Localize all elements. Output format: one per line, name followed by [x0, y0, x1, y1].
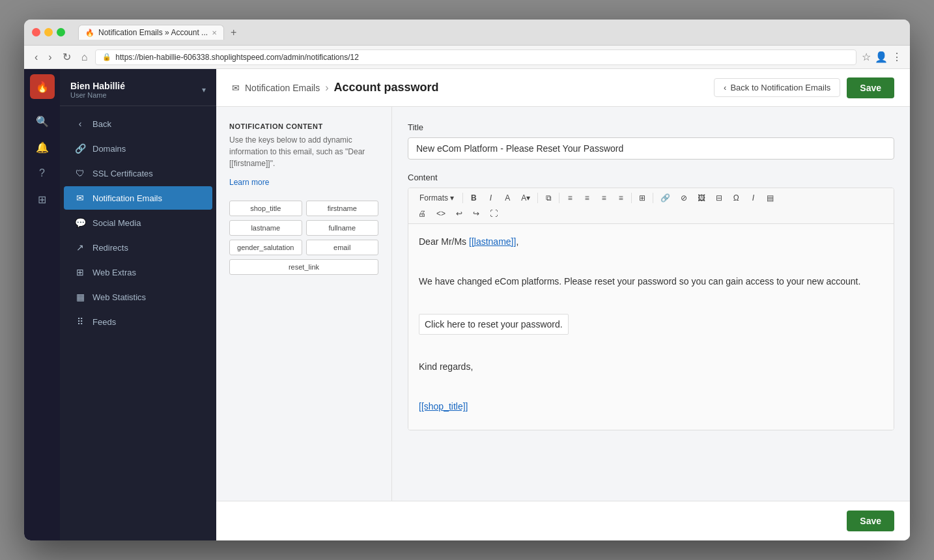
icon-strip: 🔥 🔍 🔔 ? ⊞: [24, 69, 60, 540]
right-panel: Title Content Formats ▾ B: [392, 107, 910, 501]
fullscreen-button[interactable]: ⛶: [485, 206, 502, 221]
save-button-header[interactable]: Save: [847, 77, 894, 98]
bold-button[interactable]: B: [466, 191, 481, 205]
media-button[interactable]: ⊟: [711, 191, 727, 205]
sidebar-item-ssl[interactable]: 🛡 SSL Certificates: [64, 161, 212, 185]
sidebar-domains-label: Domains: [92, 144, 126, 154]
sidebar-feeds-label: Feeds: [92, 317, 116, 327]
strip-search-icon[interactable]: 🔍: [31, 109, 54, 133]
italic-button[interactable]: I: [483, 191, 498, 205]
tag-lastname[interactable]: lastname: [229, 220, 302, 236]
toolbar-sep-2: [537, 193, 538, 203]
strip-grid-icon[interactable]: ⊞: [31, 188, 54, 211]
url-text: https://bien-habillie-606338.shoplightsp…: [115, 53, 849, 62]
sidebar-item-web-statistics[interactable]: ▦ Web Statistics: [64, 285, 212, 309]
forward-nav-button[interactable]: ›: [46, 50, 54, 64]
tag-email[interactable]: email: [306, 240, 379, 255]
bookmark-icon[interactable]: ☆: [862, 51, 871, 63]
sidebar-item-domains[interactable]: 🔗 Domains: [64, 137, 212, 160]
formats-dropdown[interactable]: Formats ▾: [414, 191, 460, 205]
title-input[interactable]: [408, 137, 894, 160]
sidebar-web-extras-label: Web Extras: [92, 268, 136, 277]
tag-reset-link[interactable]: reset_link: [229, 259, 378, 275]
reset-link-text: Click here to reset your password.: [419, 314, 569, 335]
outdent-button[interactable]: ≡: [596, 191, 612, 205]
editor-line-1: Dear Mr/Ms [[lastname]],: [419, 234, 883, 249]
user-info: Bien Habillié User Name: [70, 81, 195, 99]
breadcrumb-link[interactable]: Notification Emails: [245, 83, 320, 93]
code-button[interactable]: ▤: [762, 191, 778, 205]
url-bar-input[interactable]: 🔒 https://bien-habillie-606338.shoplight…: [95, 49, 856, 65]
sidebar-item-social-media[interactable]: 💬 Social Media: [64, 211, 212, 234]
highlight-button[interactable]: A▾: [517, 191, 535, 205]
redo-button[interactable]: ↪: [468, 206, 484, 221]
menu-icon[interactable]: ⋮: [892, 51, 902, 63]
close-button[interactable]: [32, 28, 40, 36]
image-button[interactable]: 🖼: [693, 191, 710, 205]
copy-format-button[interactable]: ⧉: [541, 191, 556, 205]
save-button-footer[interactable]: Save: [847, 511, 894, 531]
tag-fullname[interactable]: fullname: [306, 220, 379, 236]
tab-title: Notification Emails » Account ...: [98, 28, 208, 37]
numbered-list-button[interactable]: ≡: [579, 191, 595, 205]
new-tab-button[interactable]: +: [227, 27, 240, 38]
footer-bar: Save: [216, 501, 910, 540]
toolbar-sep-3: [559, 193, 559, 203]
breadcrumb: ✉ Notification Emails › Account password: [232, 81, 439, 94]
unlink-button[interactable]: ⊘: [676, 191, 692, 205]
home-nav-button[interactable]: ⌂: [79, 50, 91, 64]
page-title: Account password: [333, 81, 438, 94]
sidebar-item-notification-emails[interactable]: ✉ Notification Emails: [64, 186, 212, 210]
feeds-icon: ⠿: [74, 316, 86, 327]
tag-firstname[interactable]: firstname: [306, 201, 379, 216]
sidebar-user[interactable]: Bien Habillié User Name ▾: [60, 74, 216, 106]
back-nav-button[interactable]: ‹: [32, 50, 40, 64]
link-button[interactable]: 🔗: [656, 191, 675, 205]
back-to-notification-emails-button[interactable]: ‹ Back to Notification Emails: [714, 78, 840, 97]
notification-emails-icon: ✉: [74, 193, 86, 203]
toolbar-sep-4: [631, 193, 632, 203]
sidebar-item-back[interactable]: ‹ Back: [64, 112, 212, 135]
sidebar-social-label: Social Media: [92, 218, 141, 228]
user-dropdown-icon: ▾: [202, 85, 206, 94]
user-role: User Name: [70, 91, 195, 99]
source-button[interactable]: <>: [432, 206, 450, 221]
main-content: ✉ Notification Emails › Account password…: [216, 69, 910, 540]
strip-help-icon[interactable]: ?: [31, 161, 54, 185]
refresh-nav-button[interactable]: ↻: [60, 49, 74, 64]
tag-row-1: shop_title firstname: [229, 201, 378, 216]
lastname-tag: [[lastname]]: [469, 236, 516, 247]
app-layout: 🔥 🔍 🔔 ? ⊞ Bien Habillié User Name ▾ ‹ Ba…: [24, 69, 910, 540]
tag-gender-salutation[interactable]: gender_salutation: [229, 240, 302, 255]
tab-close-icon[interactable]: ✕: [212, 29, 217, 36]
editor-line-7: Kind regards,: [419, 359, 883, 374]
strip-bell-icon[interactable]: 🔔: [31, 135, 54, 159]
text-color-button[interactable]: A: [500, 191, 515, 205]
tag-shop-title[interactable]: shop_title: [229, 201, 302, 216]
special-char-button[interactable]: Ω: [728, 191, 744, 205]
page-header: ✉ Notification Emails › Account password…: [216, 69, 910, 107]
bullet-list-button[interactable]: ≡: [562, 191, 578, 205]
sidebar-item-feeds[interactable]: ⠿ Feeds: [64, 310, 212, 333]
table-button[interactable]: ⊞: [634, 191, 650, 205]
sidebar-item-web-extras[interactable]: ⊞ Web Extras: [64, 260, 212, 284]
sidebar-item-redirects[interactable]: ↗ Redirects: [64, 236, 212, 259]
undo-button[interactable]: ↩: [451, 206, 467, 221]
print-button[interactable]: 🖨: [414, 206, 431, 221]
maximize-button[interactable]: [57, 28, 65, 36]
editor-toolbar: Formats ▾ B I A A▾ ⧉ ≡: [408, 188, 894, 224]
profile-icon[interactable]: 👤: [875, 51, 888, 63]
title-label: Title: [408, 122, 894, 132]
italic2-button[interactable]: I: [745, 191, 761, 205]
minimize-button[interactable]: [44, 28, 53, 36]
redirects-icon: ↗: [74, 242, 86, 253]
breadcrumb-email-icon: ✉: [232, 83, 240, 93]
back-arrow-icon: ‹: [74, 119, 86, 129]
learn-more-link[interactable]: Learn more: [229, 178, 269, 187]
sidebar-notification-label: Notification Emails: [92, 193, 162, 203]
editor-body[interactable]: Dear Mr/Ms [[lastname]], We have changed…: [408, 224, 894, 430]
active-tab[interactable]: 🔥 Notification Emails » Account ... ✕: [78, 25, 224, 40]
indent-button[interactable]: ≡: [613, 191, 629, 205]
editor-line-5: Click here to reset your password.: [419, 314, 883, 335]
traffic-lights: [32, 28, 65, 36]
